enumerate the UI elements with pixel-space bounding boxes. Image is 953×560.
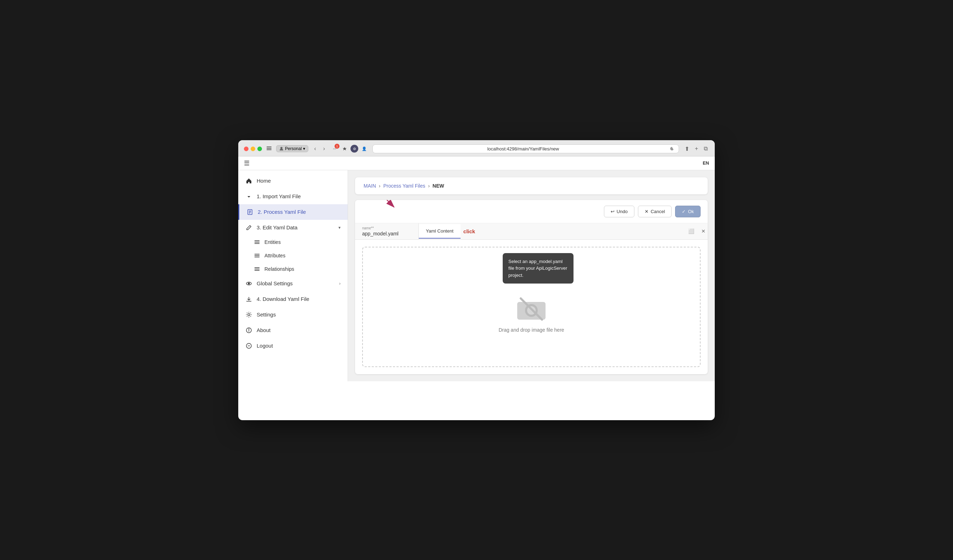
sidebar-item-import[interactable]: 1. Import Yaml File — [238, 189, 348, 204]
relationships-icon — [254, 266, 260, 272]
info-icon — [245, 327, 252, 334]
eye-icon — [245, 280, 252, 287]
svg-rect-10 — [255, 257, 259, 258]
svg-rect-2 — [267, 149, 272, 150]
sidebar-toggle-button[interactable] — [266, 146, 272, 152]
extension-icon-3[interactable]: ⚙ — [351, 145, 358, 152]
browser-chrome: Personal ▾ ‹ › ··· 1 ⚙ 👤 localhost:4298/… — [238, 140, 715, 157]
svg-point-16 — [248, 313, 250, 316]
extension-icon-2[interactable] — [341, 145, 348, 152]
entities-icon — [254, 239, 260, 245]
main-content: MAIN › Process Yaml Files › NEW — [348, 170, 715, 381]
svg-point-19 — [248, 329, 249, 329]
name-value: app_model.yaml — [362, 231, 411, 236]
import-icon — [245, 193, 252, 200]
tabs-button[interactable]: ⧉ — [702, 145, 709, 152]
svg-rect-0 — [267, 147, 272, 147]
cancel-icon: ✕ — [645, 209, 649, 214]
extension-icon-4[interactable]: 👤 — [360, 145, 368, 152]
top-bar: ☰ EN — [238, 157, 715, 170]
breadcrumb: MAIN › Process Yaml Files › NEW — [355, 177, 708, 194]
svg-rect-5 — [255, 240, 259, 241]
share-button[interactable]: ⬆ — [683, 145, 691, 153]
breadcrumb-main[interactable]: MAIN — [363, 183, 376, 189]
sidebar: Home 1. Import Yaml File 2. Process Yaml… — [238, 170, 348, 381]
breadcrumb-current: NEW — [433, 183, 444, 189]
breadcrumb-sep-2: › — [428, 183, 430, 189]
url-bar[interactable]: localhost:4298/main/YamlFiles/new — [373, 144, 679, 153]
tab-window-icon[interactable]: ⬜ — [686, 227, 696, 236]
sidebar-item-edit[interactable]: 3. Edit Yaml Data ▾ — [238, 220, 348, 236]
click-label: click — [461, 228, 475, 234]
extension-icon-1[interactable]: ··· 1 — [331, 145, 338, 152]
close-button[interactable] — [244, 147, 248, 151]
sidebar-item-settings[interactable]: Settings — [238, 307, 348, 323]
forward-button[interactable]: › — [322, 145, 326, 152]
form-panel: ↩ Undo ✕ Cancel ✓ Ok na — [355, 200, 708, 374]
url-text: localhost:4298/main/YamlFiles/new — [377, 146, 669, 152]
svg-rect-6 — [255, 242, 259, 242]
ok-button[interactable]: ✓ Ok — [675, 206, 701, 217]
drop-zone[interactable]: Select an app_model.yaml file from your … — [362, 247, 701, 367]
no-image-icon — [515, 295, 547, 321]
traffic-lights — [244, 147, 262, 151]
check-icon: ✓ — [682, 209, 686, 214]
attributes-icon — [254, 252, 260, 259]
tooltip: Select an app_model.yaml file from your … — [503, 253, 573, 284]
tab-close-icon[interactable]: ✕ — [699, 227, 708, 236]
svg-rect-9 — [255, 255, 259, 256]
home-icon — [245, 177, 252, 185]
chevron-down-icon: ▾ — [338, 225, 341, 230]
app-layout: Home 1. Import Yaml File 2. Process Yaml… — [238, 170, 715, 381]
breadcrumb-sep-1: › — [379, 183, 380, 189]
sidebar-item-about[interactable]: About — [238, 323, 348, 338]
sidebar-item-entities[interactable]: Entities — [238, 236, 348, 249]
form-toolbar: ↩ Undo ✕ Cancel ✓ Ok — [355, 200, 708, 223]
drop-zone-text: Drag and drop image file here — [498, 327, 564, 333]
undo-button[interactable]: ↩ Undo — [604, 206, 635, 217]
new-tab-button[interactable]: + — [694, 145, 700, 152]
svg-rect-1 — [267, 148, 272, 149]
svg-rect-13 — [255, 270, 259, 271]
name-tab: name** app_model.yaml — [355, 223, 419, 239]
sidebar-item-global-settings[interactable]: Global Settings › — [238, 276, 348, 291]
sidebar-item-process[interactable]: 2. Process Yaml File — [238, 204, 348, 220]
maximize-button[interactable] — [258, 147, 262, 151]
browser-action-buttons: ⬆ + ⧉ — [683, 145, 709, 153]
download-icon — [245, 296, 252, 302]
edit-icon — [245, 224, 252, 231]
sidebar-item-attributes[interactable]: Attributes — [238, 249, 348, 262]
process-icon — [247, 208, 253, 216]
tab-yaml-content[interactable]: Yaml Content — [419, 224, 461, 239]
name-label: name** — [362, 226, 411, 230]
sidebar-item-download[interactable]: 4. Download Yaml File — [238, 291, 348, 307]
sidebar-item-logout[interactable]: Logout — [238, 338, 348, 354]
tab-actions: ⬜ ✕ — [686, 227, 708, 236]
logout-icon — [245, 342, 252, 349]
minimize-button[interactable] — [251, 147, 255, 151]
settings-icon — [245, 311, 252, 318]
undo-icon: ↩ — [611, 209, 615, 214]
svg-point-15 — [248, 283, 250, 284]
extension-icons: ··· 1 ⚙ 👤 — [331, 145, 368, 152]
language-selector[interactable]: EN — [703, 160, 709, 166]
svg-rect-11 — [255, 267, 259, 268]
hamburger-icon[interactable]: ☰ — [244, 159, 250, 167]
tabs-row: name** app_model.yaml Yaml Content click… — [355, 223, 708, 240]
reload-icon — [669, 146, 674, 151]
svg-rect-8 — [255, 254, 259, 254]
sidebar-item-relationships[interactable]: Relationships — [238, 262, 348, 276]
profile-button[interactable]: Personal ▾ — [276, 145, 308, 152]
sidebar-item-home[interactable]: Home — [238, 173, 348, 189]
svg-rect-7 — [255, 243, 259, 244]
svg-rect-12 — [255, 269, 259, 269]
yaml-content-tab-area: Yaml Content click ⬜ ✕ — [419, 223, 708, 239]
breadcrumb-process[interactable]: Process Yaml Files — [383, 183, 425, 189]
cancel-button[interactable]: ✕ Cancel — [638, 206, 672, 217]
back-button[interactable]: ‹ — [313, 145, 317, 152]
chevron-right-icon: › — [339, 281, 341, 286]
